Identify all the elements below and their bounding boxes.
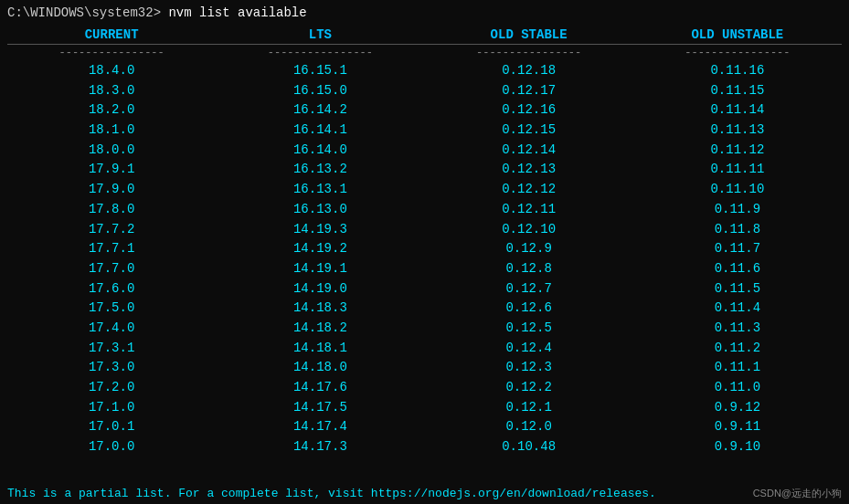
- table-row: 14.17.3: [216, 437, 424, 457]
- table-row: 14.18.0: [216, 358, 424, 378]
- sep-1: ----------------: [216, 47, 424, 59]
- table-row: 18.1.0: [7, 121, 216, 141]
- table-row: 16.15.0: [216, 81, 424, 101]
- table-row: 0.11.3: [633, 319, 842, 339]
- table-row: 17.3.0: [7, 358, 216, 378]
- footer-note: This is a partial list. For a complete l…: [7, 487, 656, 500]
- table-row: 18.3.0: [7, 81, 216, 101]
- table-row: 0.11.9: [633, 200, 842, 220]
- table-row: 0.11.1: [633, 358, 842, 378]
- table-row: 17.9.0: [7, 180, 216, 200]
- table-row: 14.17.4: [216, 417, 424, 437]
- sep-2: ----------------: [425, 47, 633, 59]
- table-row: 0.12.6: [425, 299, 633, 319]
- watermark: CSDN@远走的小狗: [753, 487, 842, 500]
- table-row: 17.6.0: [7, 279, 216, 299]
- table-row: 17.7.2: [7, 220, 216, 240]
- table-row: 14.18.2: [216, 319, 424, 339]
- table-row: 0.11.12: [633, 141, 842, 161]
- table-row: 0.11.14: [633, 100, 842, 121]
- table-row: 0.12.14: [425, 141, 633, 161]
- table-row: 0.12.1: [425, 398, 633, 418]
- table-row: 14.19.0: [216, 279, 424, 299]
- table-row: 0.9.10: [633, 437, 842, 457]
- table-row: 0.12.13: [425, 160, 633, 180]
- table-body: 18.4.018.3.018.2.018.1.018.0.017.9.117.9…: [7, 61, 842, 457]
- table-row: 0.12.8: [425, 259, 633, 279]
- table-row: 18.4.0: [7, 61, 216, 81]
- table-row: 0.12.12: [425, 180, 633, 200]
- table-row: 16.14.0: [216, 141, 424, 161]
- table-row: 16.13.2: [216, 160, 424, 180]
- table-row: 0.11.0: [633, 378, 842, 398]
- table-row: 0.11.11: [633, 160, 842, 180]
- nvm-table: CURRENT LTS OLD STABLE OLD UNSTABLE ----…: [7, 27, 842, 457]
- table-row: 0.12.2: [425, 378, 633, 398]
- table-row: 0.11.8: [633, 220, 842, 240]
- header-old-unstable: OLD UNSTABLE: [633, 27, 842, 42]
- command: nvm list available: [168, 5, 306, 20]
- prompt: C:\WINDOWS\system32>: [7, 5, 168, 20]
- table-row: 0.12.11: [425, 200, 633, 220]
- table-row: 17.7.1: [7, 239, 216, 259]
- table-row: 0.11.5: [633, 279, 842, 299]
- table-row: 0.12.9: [425, 239, 633, 259]
- col-old-stable: 0.12.180.12.170.12.160.12.150.12.140.12.…: [425, 61, 633, 457]
- table-row: 17.2.0: [7, 378, 216, 398]
- table-row: 14.17.5: [216, 398, 424, 418]
- col-current: 18.4.018.3.018.2.018.1.018.0.017.9.117.9…: [7, 61, 216, 457]
- sep-0: ----------------: [7, 47, 216, 59]
- table-row: 18.2.0: [7, 100, 216, 121]
- table-row: 17.1.0: [7, 398, 216, 418]
- table-row: 0.12.3: [425, 358, 633, 378]
- command-line: C:\WINDOWS\system32> nvm list available: [7, 5, 842, 20]
- header-old-stable: OLD STABLE: [425, 27, 633, 42]
- table-row: 0.11.15: [633, 81, 842, 101]
- header-lts: LTS: [216, 27, 424, 42]
- table-row: 17.8.0: [7, 200, 216, 220]
- table-row: 0.12.10: [425, 220, 633, 240]
- col-old-unstable: 0.11.160.11.150.11.140.11.130.11.120.11.…: [633, 61, 842, 457]
- header-current: CURRENT: [7, 27, 216, 42]
- sep-3: ----------------: [633, 47, 842, 59]
- table-row: 17.4.0: [7, 319, 216, 339]
- table-row: 0.11.16: [633, 61, 842, 81]
- table-row: 16.15.1: [216, 61, 424, 81]
- table-row: 0.12.0: [425, 417, 633, 437]
- table-row: 0.11.4: [633, 299, 842, 319]
- table-row: 0.10.48: [425, 437, 633, 457]
- table-row: 14.19.2: [216, 239, 424, 259]
- table-row: 16.13.1: [216, 180, 424, 200]
- table-row: 16.14.1: [216, 121, 424, 141]
- table-row: 0.12.15: [425, 121, 633, 141]
- table-row: 14.19.3: [216, 220, 424, 240]
- table-row: 17.0.1: [7, 417, 216, 437]
- table-row: 14.19.1: [216, 259, 424, 279]
- table-row: 0.12.5: [425, 319, 633, 339]
- table-row: 0.12.18: [425, 61, 633, 81]
- table-row: 0.11.13: [633, 121, 842, 141]
- terminal-window: C:\WINDOWS\system32> nvm list available …: [0, 0, 849, 504]
- table-row: 14.18.1: [216, 339, 424, 359]
- table-row: 16.13.0: [216, 200, 424, 220]
- table-row: 18.0.0: [7, 141, 216, 161]
- table-row: 0.11.6: [633, 259, 842, 279]
- table-row: 0.11.7: [633, 239, 842, 259]
- table-row: 0.12.16: [425, 100, 633, 121]
- table-row: 0.11.10: [633, 180, 842, 200]
- table-row: 0.9.11: [633, 417, 842, 437]
- table-row: 17.9.1: [7, 160, 216, 180]
- table-row: 17.0.0: [7, 437, 216, 457]
- table-row: 14.17.6: [216, 378, 424, 398]
- table-row: 0.11.2: [633, 339, 842, 359]
- table-row: 16.14.2: [216, 100, 424, 121]
- table-row: 17.7.0: [7, 259, 216, 279]
- separator-row: ---------------- ---------------- ------…: [7, 47, 842, 59]
- table-row: 17.5.0: [7, 299, 216, 319]
- table-header: CURRENT LTS OLD STABLE OLD UNSTABLE: [7, 27, 842, 45]
- table-row: 17.3.1: [7, 339, 216, 359]
- table-row: 0.12.17: [425, 81, 633, 101]
- col-lts: 16.15.116.15.016.14.216.14.116.14.016.13…: [216, 61, 424, 457]
- table-row: 14.18.3: [216, 299, 424, 319]
- table-row: 0.12.7: [425, 279, 633, 299]
